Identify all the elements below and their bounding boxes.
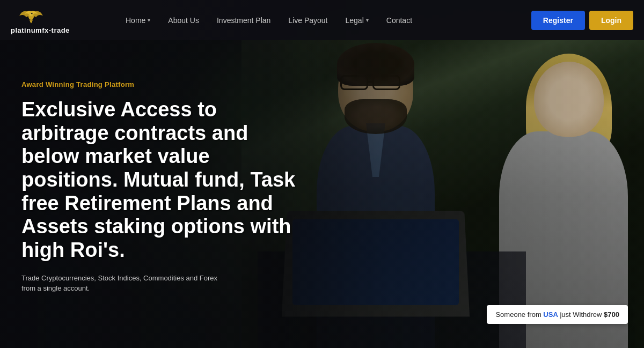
- award-tag: Award Winning Trading Platform: [21, 80, 301, 88]
- notification-amount: $700: [604, 310, 619, 319]
- nav-home[interactable]: Home ▾: [118, 12, 158, 29]
- logo-icon: [16, 6, 46, 25]
- legal-chevron-icon: ▾: [366, 17, 369, 23]
- hero-subtext: Trade Cryptocurrencies, Stock Indices, C…: [21, 273, 225, 294]
- login-button[interactable]: Login: [589, 11, 633, 30]
- nav-live-payout[interactable]: Live Payout: [281, 12, 335, 29]
- notification-country: USA: [543, 310, 558, 319]
- nav-investment[interactable]: Investment Plan: [209, 12, 278, 29]
- nav-legal[interactable]: Legal ▾: [338, 12, 376, 29]
- svg-point-2: [31, 13, 33, 14]
- register-button[interactable]: Register: [531, 11, 585, 30]
- hero-headline: Exclusive Access to arbitrage contracts …: [21, 98, 301, 262]
- nav-links: Home ▾ About Us Investment Plan Live Pay…: [118, 12, 531, 29]
- notification-action: just Withdrew: [560, 310, 602, 319]
- hero-content: Award Winning Trading Platform Exclusive…: [21, 80, 301, 294]
- nav-contact[interactable]: Contact: [379, 12, 420, 29]
- nav-about[interactable]: About Us: [160, 12, 207, 29]
- notification-badge: Someone from USA just Withdrew $700: [487, 305, 628, 324]
- home-chevron-icon: ▾: [148, 17, 150, 23]
- notification-prefix: Someone from: [495, 310, 541, 319]
- logo-area[interactable]: platinumfx-trade: [11, 6, 97, 34]
- logo-text: platinumfx-trade: [11, 26, 70, 34]
- navbar: platinumfx-trade Home ▾ About Us Investm…: [0, 0, 644, 40]
- nav-buttons: Register Login: [531, 11, 633, 30]
